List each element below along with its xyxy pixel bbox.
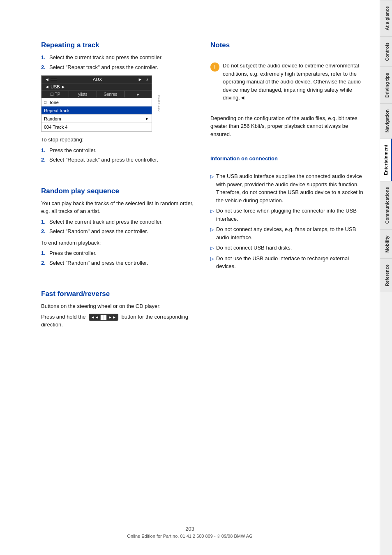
notes-title: Notes <box>210 41 363 49</box>
menu-tp: ☐ TP <box>42 91 69 97</box>
step-item: 1. Select the current track and press th… <box>41 53 194 62</box>
top-bar-right: ► ♪ <box>138 77 148 82</box>
screen-row-track: 004 Track 4 <box>42 123 152 131</box>
screen-top-bar: ◄ ══ AUX ► ♪ <box>42 76 152 83</box>
fast-forward-title: Fast forward/reverse <box>41 290 194 298</box>
bullet-item: ▷ Do not use the USB audio interface to … <box>210 254 363 271</box>
screen-row-tone: □ Tone <box>42 98 152 106</box>
ff-button: ◄◄ ██ ►► <box>89 314 118 321</box>
screen-row-random: Random ► <box>42 115 152 123</box>
right-column: Notes ! Do not subject the audio device … <box>210 41 363 403</box>
left-column: Repeating a track 1. Select the current … <box>41 41 194 403</box>
screen-row-repeat: Repeat track <box>42 106 152 115</box>
bullet-arrow-icon: ▷ <box>210 226 214 233</box>
extra-note: Depending on the configuration of the au… <box>210 114 363 139</box>
bullet-arrow-icon: ▷ <box>210 255 214 262</box>
menu-arrow: ► <box>125 91 152 97</box>
bullet-item: ▷ Do not use force when plugging the con… <box>210 207 363 223</box>
warning-text: Do not subject the audio device to extre… <box>223 62 363 102</box>
sidebar-tab-at-a-glance[interactable]: At a glance <box>380 0 392 36</box>
main-content: Repeating a track 1. Select the current … <box>0 0 380 555</box>
bullet-item: ▷ Do not connect USB hard disks. <box>210 244 363 252</box>
bullet-arrow-icon: ▷ <box>210 173 214 180</box>
bullet-list: ▷ The USB audio interface supplies the c… <box>210 172 363 273</box>
step-item: 1. Select the current track and press th… <box>41 218 194 226</box>
page-footer: 203 Online Edition for Part no. 01 41 2 … <box>0 526 380 539</box>
menu-genres: Genres <box>97 91 125 97</box>
end-steps: 1. Press the controller. 2. Select "Rand… <box>41 249 194 267</box>
bullet-item: ▷ The USB audio interface supplies the c… <box>210 172 363 204</box>
rewind-icon: ◄◄ <box>91 314 99 320</box>
bullet-arrow-icon: ▷ <box>210 208 214 215</box>
repeating-track-steps: 1. Select the current track and press th… <box>41 53 194 71</box>
menu-ylists: ylists <box>69 91 97 97</box>
step-item: 2. Select "Random" and press the control… <box>41 227 194 236</box>
to-end-label: To end random playback: <box>41 239 194 247</box>
stop-steps: 1. Press the controller. 2. Select "Repe… <box>41 146 194 164</box>
sidebar-tabs: At a glance Controls Driving tips Naviga… <box>380 0 392 555</box>
sidebar-tab-entertainment[interactable]: Entertainment <box>380 139 392 181</box>
section-repeating-track: Repeating a track 1. Select the current … <box>41 41 194 166</box>
random-play-steps: 1. Select the current track and press th… <box>41 218 194 236</box>
random-play-title: Random play sequence <box>41 187 194 195</box>
screen-rows: □ Tone Repeat track Random ► 004 Track 4 <box>42 98 152 131</box>
step-item: 1. Press the controller. <box>41 146 194 155</box>
step-item: 2. Select "Repeat track" and press the c… <box>41 156 194 164</box>
fastfwd-icon: ►► <box>108 314 116 320</box>
copyright-text: Online Edition for Part no. 01 41 2 600 … <box>0 534 380 539</box>
sidebar-tab-reference[interactable]: Reference <box>380 258 392 292</box>
info-connection-title: Information on connection <box>210 155 363 162</box>
sidebar-tab-navigation[interactable]: Navigation <box>380 103 392 138</box>
top-bar-label: AUX <box>93 77 102 82</box>
forward-icon: ██ <box>101 314 106 320</box>
screen-side-label: CE31492EN <box>158 95 161 111</box>
bullet-arrow-icon: ▷ <box>210 245 214 252</box>
warning-block: ! Do not subject the audio device to ext… <box>210 62 363 102</box>
random-play-intro: You can play back the tracks of the sele… <box>41 199 194 215</box>
step-item: 2. Select "Random" and press the control… <box>41 259 194 267</box>
sidebar-tab-driving-tips[interactable]: Driving tips <box>380 67 392 104</box>
screen-second-bar: ◄ USB ► <box>42 83 152 90</box>
top-bar-left-arrow: ◄ ══ <box>45 77 57 82</box>
page-number: 203 <box>0 526 380 532</box>
to-stop-label: To stop repeating: <box>41 136 194 144</box>
section-fast-forward: Fast forward/reverse Buttons on the stee… <box>41 290 194 331</box>
step-item: 2. Select "Repeat track" and press the c… <box>41 63 194 72</box>
fast-forward-line2: Press and hold the ◄◄ ██ ►► button for t… <box>41 313 194 329</box>
screen-menu-bar: ☐ TP ylists Genres ► <box>42 90 152 98</box>
step-item: 1. Press the controller. <box>41 249 194 257</box>
sidebar-tab-controls[interactable]: Controls <box>380 36 392 67</box>
bullet-item: ▷ Do not connect any devices, e.g. fans … <box>210 225 363 241</box>
repeating-track-title: Repeating a track <box>41 41 194 49</box>
sidebar-tab-communications[interactable]: Communications <box>380 181 392 229</box>
warning-icon: ! <box>210 62 219 72</box>
page-container: Repeating a track 1. Select the current … <box>0 0 392 555</box>
sidebar-tab-mobility[interactable]: Mobility <box>380 229 392 259</box>
section-random-play: Random play sequence You can play back t… <box>41 187 194 270</box>
screen-mockup: ◄ ══ AUX ► ♪ ◄ USB ► ☐ TP ylists Genres … <box>41 75 152 132</box>
fast-forward-line1: Buttons on the steering wheel or on the … <box>41 302 194 310</box>
